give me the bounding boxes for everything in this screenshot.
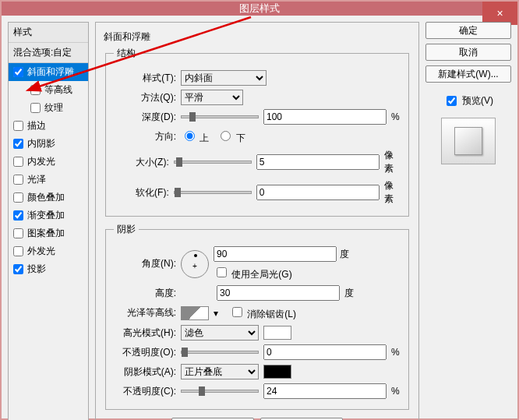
angle-dial[interactable]: + — [181, 250, 209, 278]
highlight-mode-select[interactable]: 滤色 — [181, 325, 259, 341]
angle-unit: 度 — [340, 248, 349, 261]
sidebar-item-2[interactable]: 纹理 — [9, 99, 88, 117]
sidebar-label-11: 投影 — [27, 263, 46, 276]
sidebar-item-3[interactable]: 描边 — [9, 117, 88, 135]
sidebar-label-1: 等高线 — [44, 83, 72, 97]
right-column: 确定 取消 新建样式(W)... 预览(V) — [425, 22, 511, 420]
technique-select[interactable]: 平滑 — [181, 90, 243, 105]
soften-input[interactable] — [256, 185, 380, 200]
antialias-checkbox[interactable]: 消除锯齿(L) — [229, 305, 296, 321]
preview-checkbox[interactable] — [447, 96, 457, 106]
styles-header[interactable]: 样式 — [9, 23, 88, 43]
sidebar-item-5[interactable]: 内发光 — [9, 153, 88, 171]
dialog-title: 图层样式 — [239, 2, 280, 16]
shadow-opacity-unit: % — [391, 386, 400, 397]
depth-input[interactable] — [263, 109, 387, 125]
sidebar-label-0: 斜面和浮雕 — [27, 65, 74, 79]
shadow-mode-select[interactable]: 正片叠底 — [181, 364, 259, 379]
shadow-opacity-label: 不透明度(C): — [114, 385, 176, 398]
cancel-button[interactable]: 取消 — [425, 44, 511, 61]
altitude-input[interactable] — [217, 285, 340, 301]
highlight-mode-label: 高光模式(H): — [114, 326, 176, 340]
sidebar-item-4[interactable]: 内阴影 — [9, 135, 88, 153]
sidebar-checkbox-6[interactable] — [13, 175, 23, 185]
style-select[interactable]: 内斜面 — [181, 70, 267, 86]
style-label: 样式(T): — [114, 72, 176, 85]
shading-legend: 阴影 — [114, 223, 139, 236]
shadow-mode-label: 阴影模式(A): — [114, 365, 176, 379]
sidebar-item-7[interactable]: 颜色叠加 — [9, 189, 88, 206]
sidebar-item-11[interactable]: 投影 — [9, 260, 88, 278]
sidebar-label-6: 光泽 — [27, 173, 46, 186]
sidebar-checkbox-7[interactable] — [13, 192, 23, 203]
sidebar-checkbox-11[interactable] — [13, 264, 23, 274]
structure-legend: 结构 — [114, 47, 139, 60]
preview-box — [441, 118, 496, 164]
direction-up-radio[interactable]: 上 — [181, 129, 209, 145]
sidebar-label-4: 内阴影 — [27, 137, 55, 150]
size-label: 大小(Z): — [114, 156, 169, 169]
sidebar-label-5: 内发光 — [27, 155, 55, 168]
sidebar-item-8[interactable]: 渐变叠加 — [9, 206, 88, 224]
sidebar-checkbox-8[interactable] — [13, 210, 23, 221]
altitude-label: 高度: — [114, 287, 176, 300]
blend-options-header[interactable]: 混合选项:自定 — [9, 43, 88, 63]
size-input[interactable] — [256, 154, 380, 170]
highlight-opacity-label: 不透明度(O): — [114, 346, 176, 359]
sidebar-checkbox-4[interactable] — [13, 139, 23, 149]
sidebar-checkbox-9[interactable] — [13, 228, 23, 238]
soften-unit: 像素 — [384, 179, 401, 206]
new-style-button[interactable]: 新建样式(W)... — [425, 65, 511, 83]
section-title: 斜面和浮雕 — [104, 30, 411, 44]
highlight-opacity-input[interactable] — [263, 344, 387, 360]
sidebar-checkbox-3[interactable] — [13, 121, 23, 131]
sidebar-label-9: 图案叠加 — [27, 227, 65, 240]
sidebar-item-9[interactable]: 图案叠加 — [9, 224, 88, 242]
sidebar-item-6[interactable]: 光泽 — [9, 171, 88, 189]
sidebar-item-10[interactable]: 外发光 — [9, 242, 88, 260]
highlight-opacity-unit: % — [391, 347, 400, 358]
sidebar-checkbox-0[interactable] — [13, 67, 23, 77]
shadow-opacity-slider[interactable] — [181, 390, 259, 393]
structure-group: 结构 样式(T): 内斜面 方法(Q): 平滑 深度(D): % 方向: — [105, 47, 409, 217]
shadow-color-swatch[interactable] — [263, 365, 291, 379]
shadow-opacity-input[interactable] — [263, 383, 387, 399]
altitude-unit: 度 — [344, 287, 354, 300]
sidebar-checkbox-10[interactable] — [13, 246, 23, 256]
layer-style-dialog: 图层样式 × 样式 混合选项:自定 斜面和浮雕等高线纹理描边内阴影内发光光泽颜色… — [2, 2, 517, 418]
ok-button[interactable]: 确定 — [425, 22, 511, 39]
highlight-opacity-slider[interactable] — [181, 351, 259, 354]
gloss-contour-label: 光泽等高线: — [114, 306, 176, 319]
soften-label: 软化(F): — [114, 186, 169, 199]
depth-unit: % — [391, 111, 400, 122]
shading-group: 阴影 角度(N): + 度 使用全局光(G) 高度: — [105, 223, 409, 410]
gloss-contour-swatch[interactable] — [181, 306, 209, 320]
angle-input[interactable] — [214, 246, 337, 262]
size-unit: 像素 — [384, 149, 401, 175]
sidebar-item-0[interactable]: 斜面和浮雕 — [9, 63, 88, 81]
soften-slider[interactable] — [174, 191, 252, 194]
sidebar-label-3: 描边 — [27, 119, 46, 132]
depth-label: 深度(D): — [114, 111, 176, 124]
sidebar-checkbox-5[interactable] — [13, 157, 23, 167]
styles-sidebar: 样式 混合选项:自定 斜面和浮雕等高线纹理描边内阴影内发光光泽颜色叠加渐变叠加图… — [8, 22, 89, 420]
sidebar-checkbox-1[interactable] — [30, 85, 41, 95]
highlight-color-swatch[interactable] — [263, 326, 291, 340]
direction-down-radio[interactable]: 下 — [217, 129, 245, 145]
main-panel: 斜面和浮雕 结构 样式(T): 内斜面 方法(Q): 平滑 深度(D): % — [95, 22, 419, 420]
direction-label: 方向: — [114, 130, 176, 143]
dropdown-icon[interactable]: ▾ — [214, 308, 218, 319]
technique-label: 方法(Q): — [114, 91, 176, 104]
sidebar-label-7: 颜色叠加 — [27, 191, 65, 204]
sidebar-checkbox-2[interactable] — [30, 103, 41, 113]
angle-label: 角度(N): — [114, 257, 176, 270]
sidebar-label-8: 渐变叠加 — [27, 209, 65, 222]
sidebar-label-2: 纹理 — [44, 101, 63, 115]
global-light-checkbox[interactable]: 使用全局光(G) — [214, 265, 349, 281]
sidebar-item-1[interactable]: 等高线 — [9, 81, 88, 99]
sidebar-label-10: 外发光 — [27, 245, 55, 258]
depth-slider[interactable] — [181, 115, 259, 118]
preview-label: 预览(V) — [462, 94, 493, 108]
size-slider[interactable] — [174, 161, 252, 164]
titlebar: 图层样式 × — [2, 2, 517, 16]
